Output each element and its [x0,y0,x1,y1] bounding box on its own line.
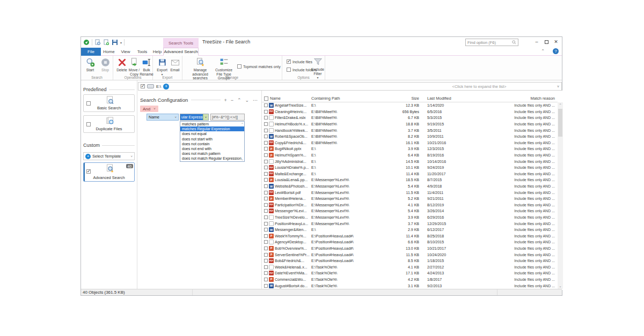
root-checkbox[interactable] [141,84,145,88]
topmost-matches-checkbox-box[interactable] [237,64,241,69]
table-row[interactable]: Week&Helena&.x... E:\Task%Ole%\ 4.1 KB 2… [262,264,558,270]
collapse-ribbon-icon[interactable]: ⌃ [541,49,545,54]
condition-option[interactable]: matches Regular Expression [180,126,244,131]
table-row[interactable]: PDF Copy&Friedrich&... E:\Bill%Meet%\ 16… [262,140,558,146]
column-size[interactable]: Size [391,96,421,101]
table-row[interactable]: Jilly%Administrat... E:\ 14.5 KB 10/14/2… [262,158,558,165]
table-row[interactable]: Position#HeavyLo... E:\Messenger%Levi%\ … [262,220,558,227]
table-row[interactable]: PDF Date%Event%Ma... E:\Task%Ole%\ 17.1 … [262,270,558,277]
select-template-dropdown[interactable]: + Select Template ˅ [83,152,135,160]
table-row[interactable]: P Week%Tommy%... E:\Position#HeavyLoad#\… [262,233,558,239]
maximize-button[interactable] [541,38,551,46]
table-row[interactable]: P ServerSentinel%Pr... E:\Position#Heavy… [262,251,558,258]
row-checkbox[interactable] [264,234,268,238]
start-button[interactable]: Start [82,57,98,72]
row-checkbox[interactable] [264,240,268,244]
row-checkbox[interactable] [264,215,268,219]
duplicate-files-checkbox[interactable] [86,122,91,126]
condition-option[interactable]: does not match pattern [180,151,244,156]
table-row[interactable]: P Helmut%Spam%... E:\ 6.4 KB 8/19/2016 I… [262,152,558,159]
row-checkbox[interactable] [264,110,268,114]
column-last-modified[interactable]: Last Modified [421,96,468,101]
email-button[interactable]: Email [167,57,183,72]
tab-home[interactable]: Home [102,48,116,56]
condition-option[interactable]: does not match Regular Expression [180,156,244,161]
include-folders-checkbox-box[interactable] [287,68,291,72]
row-checkbox[interactable] [264,160,268,163]
close-button[interactable]: ✕ [551,38,561,46]
scroll-down-icon[interactable]: ⌄ [558,283,563,289]
include-files-checkbox[interactable]: Include files [287,59,312,64]
move-up-button[interactable]: ⌃ [237,98,241,103]
row-checkbox[interactable] [264,203,268,207]
manage-advanced-searches-button[interactable]: Manage advanced searches▾ [189,57,211,84]
row-checkbox[interactable] [264,253,268,257]
table-row[interactable]: PDF Participation%Dir... E:\Messenger%Le… [262,202,558,208]
row-checkbox[interactable] [264,184,268,188]
row-checkbox[interactable] [264,197,268,200]
row-checkbox[interactable] [264,135,268,138]
table-row[interactable]: P Member#Helena... E:\Messenger%Levi%\ 5… [262,196,558,202]
vertical-scrollbar[interactable]: ⌃ ⌄ [558,102,563,289]
tab-advanced-search[interactable]: Advanced Search [163,48,199,56]
tab-view[interactable]: View [119,48,133,56]
find-option-box[interactable]: Find option (F6) [465,39,518,46]
condition-option[interactable]: does not equal [180,131,244,136]
row-checkbox[interactable] [264,178,268,182]
row-checkbox[interactable] [264,116,268,120]
column-containing-path[interactable]: Containing Path [311,96,391,101]
qat-dropdown-caret[interactable]: ▾ [120,41,122,44]
row-checkbox[interactable] [264,153,268,157]
table-row[interactable]: P Bug#Niko#.pptx E:\ 3.9 KB 12/3/2015 In… [262,146,558,152]
table-row[interactable]: PDF Bob&Friedrich&... E:\Position#HeavyL… [262,258,558,264]
dropdown-scroll-up-icon[interactable]: ⌃ [241,122,244,126]
table-row[interactable]: PDF Malte&Exchange... E:\ 11.4 KB 11/20/… [262,171,558,177]
table-row[interactable]: W Angela#TreeSize... E:\ 12.3 KB 1/14/20… [262,102,558,109]
tab-tools[interactable]: Tools [135,48,150,56]
stop-button[interactable]: Stop [97,57,113,72]
row-checkbox[interactable] [264,247,268,250]
table-row[interactable]: TreeSize%Develo... E:\Messenger%Levi%\ 3… [262,214,558,221]
basic-search-checkbox[interactable] [86,101,91,106]
table-row[interactable]: P Lousia&Lena&.pp... E:\Messenger%Levi%\… [262,177,558,183]
row-checkbox[interactable] [264,222,268,226]
open-search-icon[interactable] [94,39,101,46]
condition-option[interactable]: does not contain [180,141,244,146]
tab-help[interactable]: Help [151,48,164,56]
add-root-button[interactable]: + [163,84,169,89]
save-search-icon[interactable] [112,39,118,46]
select-all-checkbox[interactable] [264,96,268,101]
row-checkbox[interactable] [264,209,268,213]
table-row[interactable]: W August#Boris#.do... E:\Task%Ole%\ 3.1 … [262,282,558,289]
bulk-rename-button[interactable]: Bulk Rename [138,57,155,76]
new-search-icon[interactable] [103,39,109,46]
more-options-button[interactable]: ⋯ [253,98,258,103]
row-checkbox[interactable] [264,166,268,169]
row-checkbox[interactable] [264,172,268,176]
condition-option[interactable]: does not end with [180,146,244,151]
move-down-button[interactable]: ⌄ [245,98,249,103]
topmost-matches-checkbox[interactable]: Topmost matches only [237,64,281,69]
table-row[interactable]: PDF Lousia%Drake%.p... E:\ 10.1 KB 9/24/… [262,165,558,171]
expand-list-hint[interactable]: <Click here to expand the list> [426,84,533,89]
row-checkbox[interactable] [264,122,268,126]
remove-condition-button[interactable]: − [231,98,233,103]
table-row[interactable]: Agency#Desktop... E:\Position#HeavyLoad#… [262,239,558,245]
advanced-search-card[interactable]: 40 Advanced Search [83,162,135,182]
dropdown-scroll-down-icon[interactable]: ⌄ [241,157,244,161]
table-row[interactable]: PDF Messenger%Levi... E:\Messenger%Levi%… [262,208,558,214]
row-checkbox[interactable] [264,284,268,288]
row-checkbox[interactable] [264,271,268,275]
minimize-button[interactable]: – [532,38,541,46]
row-checkbox[interactable] [264,141,268,145]
table-row[interactable]: P Commercial&Wo... E:\Task%Ole%\ 4.2 KB … [262,277,558,283]
table-row[interactable]: Filter&Drake&.xslx E:\Bill%Meet%\ 6.7 KB… [262,115,558,121]
row-checkbox[interactable] [264,191,268,195]
row-checkbox[interactable] [264,228,268,232]
table-row[interactable]: PDF Cleaning#Heinric... E:\Bill%Meet%\ 6… [262,109,558,115]
scrollbar-thumb[interactable] [558,109,562,137]
row-checkbox[interactable] [264,265,268,269]
row-checkbox[interactable] [264,259,268,263]
row-checkbox[interactable] [264,129,268,132]
search-root-bar[interactable]: E:\ + <Click here to expand the list> ˅ [138,82,562,91]
